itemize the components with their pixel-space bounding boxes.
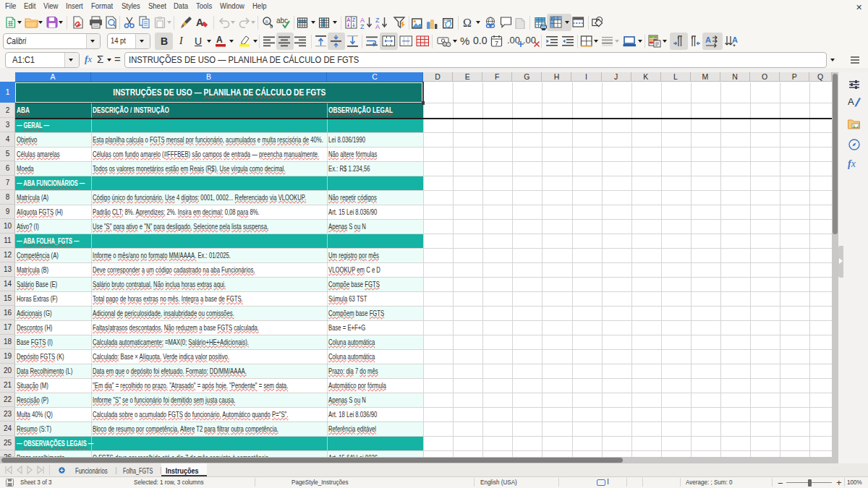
- svg-text:abc: abc: [276, 17, 288, 25]
- svg-text:A: A: [732, 35, 738, 44]
- svg-text:A: A: [848, 96, 854, 107]
- svg-text:Ω: Ω: [463, 17, 472, 29]
- svg-text:A: A: [346, 17, 350, 22]
- svg-text:Z: Z: [352, 17, 356, 22]
- svg-text:a: a: [265, 19, 268, 24]
- svg-text:A: A: [375, 23, 380, 30]
- svg-text:A: A: [705, 35, 711, 44]
- svg-text:7: 7: [495, 40, 498, 47]
- svg-text:d: d: [270, 24, 273, 29]
- svg-text:A: A: [216, 35, 223, 45]
- svg-text:A: A: [196, 17, 203, 28]
- svg-text:Z: Z: [360, 23, 365, 30]
